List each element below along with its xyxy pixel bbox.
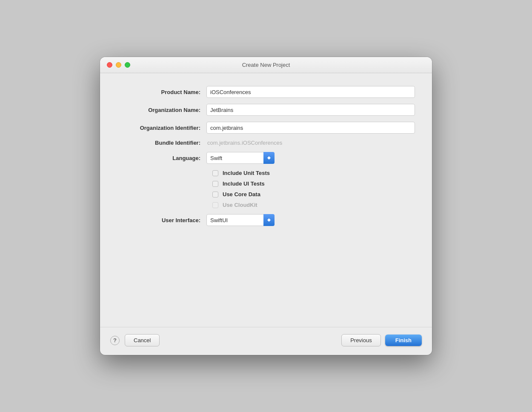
language-label: Language: (117, 155, 206, 161)
core-data-checkbox[interactable] (212, 192, 218, 197)
finish-button[interactable]: Finish (385, 335, 422, 346)
user-interface-select[interactable]: SwiftUI Storyboard (206, 214, 275, 226)
maximize-button[interactable] (125, 62, 130, 68)
bundle-identifier-row: Bundle Identifier: com.jetbrains.iOSConf… (117, 140, 415, 146)
unit-tests-label: Include Unit Tests (223, 170, 270, 176)
ui-tests-row: Include UI Tests (117, 180, 415, 187)
user-interface-row: User Interface: SwiftUI Storyboard (117, 214, 415, 226)
cloudkit-label: Use CloudKit (223, 202, 257, 208)
org-name-input[interactable] (206, 104, 415, 116)
close-button[interactable] (107, 62, 112, 68)
minimize-button[interactable] (116, 62, 121, 68)
footer-left: ? Cancel (110, 334, 160, 346)
core-data-label: Use Core Data (223, 191, 260, 197)
org-identifier-input[interactable] (206, 122, 415, 134)
dialog-title: Create New Project (242, 62, 290, 68)
product-name-row: Product Name: (117, 86, 415, 98)
product-name-input[interactable] (206, 86, 415, 98)
org-name-label: Organization Name: (117, 107, 206, 113)
core-data-row: Use Core Data (117, 191, 415, 197)
language-select[interactable]: Swift Objective-C (206, 152, 275, 164)
language-row: Language: Swift Objective-C (117, 152, 415, 164)
unit-tests-row: Include Unit Tests (117, 170, 415, 176)
user-interface-select-wrapper: SwiftUI Storyboard (206, 214, 275, 226)
org-identifier-label: Organization Identifier: (117, 125, 206, 131)
dialog-footer: ? Cancel Previous Finish (100, 327, 432, 355)
help-button[interactable]: ? (110, 336, 120, 345)
bundle-identifier-value: com.jetbrains.iOSConferences (206, 140, 415, 146)
ui-tests-checkbox[interactable] (212, 181, 218, 187)
dialog-content: Product Name: Organization Name: Organiz… (100, 73, 432, 327)
org-identifier-row: Organization Identifier: (117, 122, 415, 134)
cloudkit-checkbox[interactable] (212, 202, 218, 208)
create-new-project-dialog: Create New Project Product Name: Organiz… (100, 57, 432, 355)
unit-tests-checkbox[interactable] (212, 170, 218, 176)
user-interface-label: User Interface: (117, 217, 206, 223)
cloudkit-row: Use CloudKit (117, 202, 415, 208)
bundle-identifier-label: Bundle Identifier: (117, 140, 206, 146)
ui-tests-label: Include UI Tests (223, 180, 265, 187)
previous-button[interactable]: Previous (341, 334, 381, 346)
org-name-row: Organization Name: (117, 104, 415, 116)
traffic-lights (107, 62, 130, 68)
product-name-label: Product Name: (117, 89, 206, 95)
language-select-wrapper: Swift Objective-C (206, 152, 275, 164)
footer-right: Previous Finish (341, 334, 422, 346)
title-bar: Create New Project (100, 57, 432, 73)
cancel-button[interactable]: Cancel (125, 334, 160, 346)
